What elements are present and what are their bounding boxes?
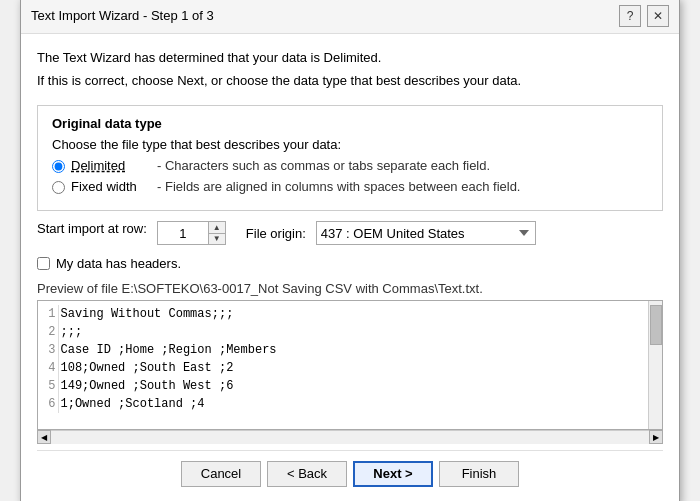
radio-row-fixed-width: Fixed width - Fields are aligned in colu…: [52, 179, 648, 194]
import-settings-row: Start import at row: ▲ ▼ File origin: 43…: [37, 221, 663, 246]
preview-row: 4108;Owned ;South East ;2: [42, 359, 279, 377]
hscroll-left-button[interactable]: ◀: [37, 430, 51, 444]
start-row-spinner: ▲ ▼: [157, 221, 226, 245]
preview-box: 1Saving Without Commas;;;2;;;3Case ID ;H…: [37, 300, 663, 430]
radio-fixed-width[interactable]: [52, 181, 65, 194]
dialog-body: The Text Wizard has determined that your…: [21, 34, 679, 502]
preview-line-text: 1;Owned ;Scotland ;4: [58, 395, 279, 413]
radio-delimited[interactable]: [52, 160, 65, 173]
spinner-down-button[interactable]: ▼: [209, 233, 225, 244]
section-title: Original data type: [52, 116, 648, 131]
preview-line-num: 3: [42, 341, 58, 359]
preview-line-text: Case ID ;Home ;Region ;Members: [58, 341, 279, 359]
finish-button[interactable]: Finish: [439, 461, 519, 487]
radio-delimited-label[interactable]: Delimited: [71, 158, 151, 173]
preview-row: 3Case ID ;Home ;Region ;Members: [42, 341, 279, 359]
next-button[interactable]: Next >: [353, 461, 433, 487]
cancel-button[interactable]: Cancel: [181, 461, 261, 487]
preview-row: 61;Owned ;Scotland ;4: [42, 395, 279, 413]
preview-row: 2;;;: [42, 323, 279, 341]
title-bar: Text Import Wizard - Step 1 of 3 ? ✕: [21, 0, 679, 34]
preview-line-num: 4: [42, 359, 58, 377]
preview-line-num: 6: [42, 395, 58, 413]
preview-row: 1Saving Without Commas;;;: [42, 305, 279, 323]
help-button[interactable]: ?: [619, 5, 641, 27]
preview-hscrollbar: ◀ ▶: [37, 430, 663, 444]
preview-label: Preview of file E:\SOFTEKO\63-0017_Not S…: [37, 281, 663, 296]
preview-line-text: Saving Without Commas;;;: [58, 305, 279, 323]
hscroll-right-button[interactable]: ▶: [649, 430, 663, 444]
radio-fixed-width-label[interactable]: Fixed width: [71, 179, 151, 194]
preview-line-text: 108;Owned ;South East ;2: [58, 359, 279, 377]
spinner-up-button[interactable]: ▲: [209, 222, 225, 233]
spinner-buttons: ▲ ▼: [208, 222, 225, 244]
preview-table: 1Saving Without Commas;;;2;;;3Case ID ;H…: [42, 305, 279, 413]
dialog-window: Text Import Wizard - Step 1 of 3 ? ✕ The…: [20, 0, 680, 501]
title-bar-controls: ? ✕: [619, 5, 669, 27]
scroll-thumb[interactable]: [650, 305, 662, 345]
intro-line2: If this is correct, choose Next, or choo…: [37, 71, 663, 91]
start-row-label: Start import at row:: [37, 221, 147, 236]
headers-checkbox[interactable]: [37, 257, 50, 270]
preview-line-num: 2: [42, 323, 58, 341]
preview-content[interactable]: 1Saving Without Commas;;;2;;;3Case ID ;H…: [38, 301, 648, 429]
preview-row: 5149;Owned ;South West ;6: [42, 377, 279, 395]
buttons-row: Cancel < Back Next > Finish: [37, 450, 663, 493]
start-row-input[interactable]: [158, 222, 208, 244]
dialog-title: Text Import Wizard - Step 1 of 3: [31, 8, 214, 23]
preview-line-text: ;;;: [58, 323, 279, 341]
preview-line-num: 1: [42, 305, 58, 323]
close-button[interactable]: ✕: [647, 5, 669, 27]
radio-fixed-width-desc: - Fields are aligned in columns with spa…: [157, 179, 520, 194]
file-origin-select[interactable]: 437 : OEM United States 65001 : Unicode …: [316, 221, 536, 245]
preview-line-num: 5: [42, 377, 58, 395]
original-data-type-section: Original data type Choose the file type …: [37, 105, 663, 211]
headers-row: My data has headers.: [37, 256, 663, 271]
preview-scrollbar: [648, 301, 662, 429]
intro-line1: The Text Wizard has determined that your…: [37, 48, 663, 68]
preview-line-text: 149;Owned ;South West ;6: [58, 377, 279, 395]
file-origin-label: File origin:: [246, 226, 306, 241]
headers-label[interactable]: My data has headers.: [56, 256, 181, 271]
hscroll-track[interactable]: [51, 432, 649, 442]
sub-label: Choose the file type that best describes…: [52, 137, 648, 152]
radio-row-delimited: Delimited - Characters such as commas or…: [52, 158, 648, 173]
back-button[interactable]: < Back: [267, 461, 347, 487]
radio-delimited-desc: - Characters such as commas or tabs sepa…: [157, 158, 490, 173]
